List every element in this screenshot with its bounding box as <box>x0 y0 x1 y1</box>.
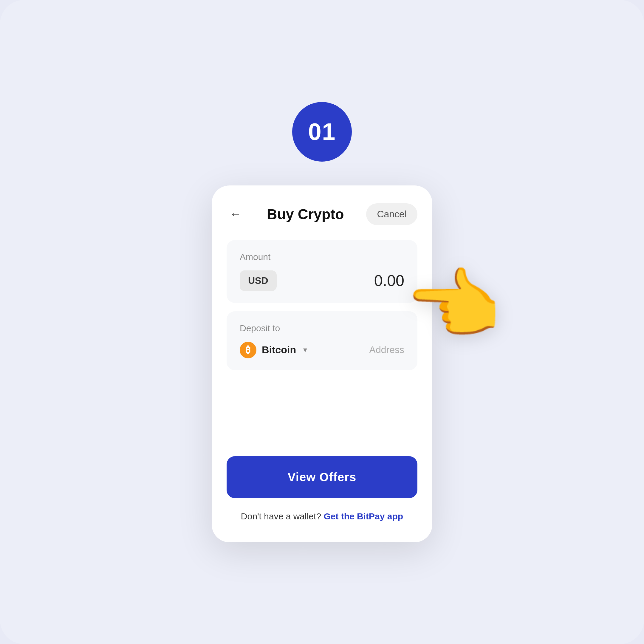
back-arrow-icon: ← <box>230 208 241 221</box>
chevron-down-icon: ▾ <box>303 345 307 354</box>
amount-value[interactable]: 0.00 <box>374 272 404 290</box>
bitpay-app-link[interactable]: Get the BitPay app <box>323 511 403 521</box>
no-wallet-text: Don't have a wallet? <box>241 511 321 521</box>
header: ← Buy Crypto Cancel <box>227 203 417 225</box>
page-title: Buy Crypto <box>267 206 344 222</box>
phone-container: 👉 ← Buy Crypto Cancel Amount USD 0.00 <box>212 185 432 542</box>
bitcoin-label: Bitcoin <box>262 344 296 356</box>
page-background: 01 👉 ← Buy Crypto Cancel Amount USD 0.00 <box>0 0 644 644</box>
cancel-button[interactable]: Cancel <box>366 203 417 225</box>
bitcoin-selector[interactable]: ₿ Bitcoin ▾ <box>240 342 307 358</box>
deposit-section: Deposit to ₿ Bitcoin ▾ Address <box>227 311 417 370</box>
step-number: 01 <box>308 118 336 145</box>
address-placeholder[interactable]: Address <box>369 344 404 355</box>
phone-card: ← Buy Crypto Cancel Amount USD 0.00 Depo… <box>212 185 432 542</box>
amount-label: Amount <box>240 252 404 262</box>
content-spacer <box>227 379 417 456</box>
currency-badge[interactable]: USD <box>240 270 277 291</box>
step-badge: 01 <box>292 102 352 162</box>
view-offers-button[interactable]: View Offers <box>227 456 417 498</box>
amount-row: USD 0.00 <box>240 270 404 291</box>
amount-section: Amount USD 0.00 <box>227 240 417 303</box>
back-button[interactable]: ← <box>227 205 244 223</box>
deposit-row: ₿ Bitcoin ▾ Address <box>240 342 404 358</box>
deposit-label: Deposit to <box>240 323 404 333</box>
bitcoin-icon: ₿ <box>240 342 256 358</box>
footer-text: Don't have a wallet? Get the BitPay app <box>227 511 417 521</box>
